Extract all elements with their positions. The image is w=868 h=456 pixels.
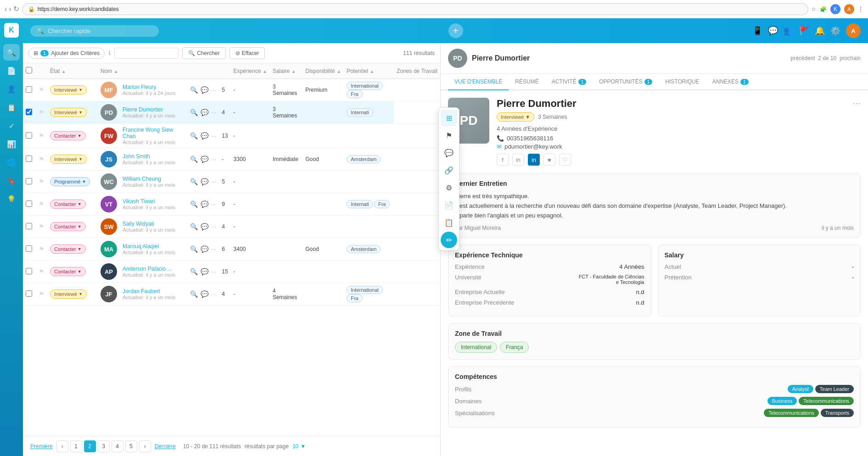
clear-button[interactable]: ⊘ Effacer <box>230 47 265 59</box>
row-checkbox[interactable] <box>26 156 32 162</box>
social-icon-1[interactable]: f <box>497 154 509 166</box>
row-flag-icon[interactable]: ⚑ <box>39 200 45 208</box>
menu-icon[interactable]: ⋮ <box>858 6 863 12</box>
table-row[interactable]: ⚑ Programmé ▼ WC William Cheung Actualis… <box>23 171 440 193</box>
profile-status-badge[interactable]: Interviewé ▼ <box>497 112 534 122</box>
sidebar-item-bookmark[interactable]: 🔖 <box>3 172 20 189</box>
social-icon-star[interactable]: ★ <box>543 154 555 166</box>
flag-icon[interactable]: 🚩 <box>799 26 809 36</box>
row-more-icon[interactable]: ··· <box>211 200 217 208</box>
row-flag-icon[interactable]: ⚑ <box>39 109 45 116</box>
ctx-link-icon[interactable]: 🔗 <box>441 162 457 178</box>
back-button[interactable]: ‹ <box>5 5 7 13</box>
row-checkbox[interactable] <box>26 290 32 297</box>
row-candidate-name[interactable]: Pierre Dumortier <box>123 106 185 113</box>
table-row[interactable]: ⚑ Contacter ▼ VT Vikash Tiwari Actualisé… <box>23 193 440 216</box>
row-status-badge[interactable]: Interviewé ▼ <box>50 108 87 117</box>
table-row[interactable]: ⚑ Interviewé ▼ PD Pierre Dumortier Actua… <box>23 101 440 124</box>
settings-icon[interactable]: ⚙️ <box>830 26 840 36</box>
tab-opportunites[interactable]: OPPORTUNITÉS 1 <box>593 74 659 90</box>
row-zoom-icon[interactable]: 🔍 <box>190 200 198 208</box>
row-flag-icon[interactable]: ⚑ <box>39 245 45 253</box>
col-disponibilite[interactable]: Disponibilité ▲ <box>302 63 344 79</box>
ctx-edit-icon[interactable]: ✏ <box>441 232 457 248</box>
row-status-badge[interactable]: Programmé ▼ <box>50 177 90 186</box>
table-row[interactable]: ⚑ Contacter ▼ SW Sally Widyati Actualisé… <box>23 216 440 238</box>
row-checkbox[interactable] <box>26 200 32 207</box>
info-icon[interactable]: ℹ <box>108 50 111 56</box>
row-candidate-name[interactable]: John Smith <box>123 153 185 160</box>
row-checkbox[interactable] <box>26 178 32 184</box>
url-bar[interactable]: 🔒 https://demo.key.work/candidates <box>22 3 808 15</box>
col-zones[interactable]: Zones de Travail <box>394 63 440 79</box>
ctx-settings-icon[interactable]: ⚙ <box>441 179 457 196</box>
bookmark-icon[interactable]: ☆ <box>811 6 816 12</box>
reload-button[interactable]: ↻ <box>13 5 19 13</box>
profile-icon[interactable]: A <box>844 4 854 14</box>
tab-resume[interactable]: RÉSUMÉ <box>509 74 545 90</box>
row-checkbox[interactable] <box>26 268 32 274</box>
sidebar-item-search[interactable]: 🔍 <box>3 44 20 61</box>
row-chat-icon[interactable]: 💬 <box>201 223 208 230</box>
row-chat-icon[interactable]: 💬 <box>201 156 208 163</box>
page-4-button[interactable]: 4 <box>112 440 123 452</box>
sidebar-item-list[interactable]: 📋 <box>3 99 20 116</box>
next-page-button[interactable]: › <box>139 440 151 452</box>
row-more-icon[interactable]: ··· <box>211 245 217 253</box>
select-all-checkbox[interactable] <box>26 67 32 73</box>
row-more-icon[interactable]: ··· <box>211 86 217 94</box>
row-candidate-name[interactable]: William Cheung <box>123 176 185 182</box>
chat-icon[interactable]: 💬 <box>768 26 778 36</box>
last-page-link[interactable]: Dernière <box>153 443 178 450</box>
page-1-button[interactable]: 1 <box>70 440 82 452</box>
col-potentiel[interactable]: Potentiel ▲ <box>344 63 394 79</box>
row-more-icon[interactable]: ··· <box>211 178 217 185</box>
tab-annexes[interactable]: ANNEXES 1 <box>706 74 755 90</box>
row-zoom-icon[interactable]: 🔍 <box>190 156 198 163</box>
row-flag-icon[interactable]: ⚑ <box>39 178 45 185</box>
per-page-chevron[interactable]: ▼ <box>300 443 306 450</box>
tab-historique[interactable]: HISTORIQUE <box>659 74 706 90</box>
forward-button[interactable]: › <box>9 5 11 13</box>
ctx-filter-icon[interactable]: ⊞ <box>441 110 457 126</box>
row-flag-icon[interactable]: ⚑ <box>39 132 45 139</box>
table-row[interactable]: ⚑ Interviewé ▼ JF Jordan Faubert Actuali… <box>23 283 440 306</box>
filter-text-input[interactable] <box>114 48 179 59</box>
row-more-icon[interactable]: ··· <box>211 132 217 139</box>
row-candidate-name[interactable]: Marouq Alaqiel <box>123 243 185 250</box>
page-3-button[interactable]: 3 <box>98 440 110 452</box>
social-icon-heart[interactable]: ♡ <box>559 154 571 166</box>
sidebar-item-check[interactable]: ✓ <box>3 117 20 134</box>
row-zoom-icon[interactable]: 🔍 <box>190 223 198 230</box>
more-options-button[interactable]: ··· <box>853 98 861 108</box>
social-icon-2[interactable]: in <box>512 154 524 166</box>
row-more-icon[interactable]: ··· <box>211 156 217 163</box>
search-input[interactable] <box>48 28 149 34</box>
col-etat[interactable]: État ▲ <box>47 63 98 79</box>
table-row[interactable]: ⚑ Interviewé ▼ JS John Smith Actualisé: … <box>23 148 440 171</box>
row-zoom-icon[interactable]: 🔍 <box>190 245 198 253</box>
row-flag-icon[interactable]: ⚑ <box>39 223 45 230</box>
add-criteria-button[interactable]: ⊞ 1 Ajouter des Critères <box>28 48 105 59</box>
row-chat-icon[interactable]: 💬 <box>201 290 208 298</box>
row-status-badge[interactable]: Contacter ▼ <box>50 131 86 140</box>
row-status-badge[interactable]: Interviewé ▼ <box>50 155 87 164</box>
row-more-icon[interactable]: ··· <box>211 290 217 298</box>
row-candidate-name[interactable]: Jordan Faubert <box>123 288 185 295</box>
row-status-badge[interactable]: Interviewé ▼ <box>50 85 87 95</box>
bell-icon[interactable]: 🔔 <box>815 26 825 36</box>
row-checkbox[interactable] <box>26 132 32 139</box>
row-candidate-name[interactable]: Vikash Tiwari <box>123 198 185 205</box>
row-status-badge[interactable]: Contacter ▼ <box>50 222 86 231</box>
ctx-doc2-icon[interactable]: 📋 <box>441 214 457 231</box>
row-more-icon[interactable]: ··· <box>211 223 217 230</box>
row-status-badge[interactable]: Contacter ▼ <box>50 245 86 254</box>
sidebar-item-bulb[interactable]: 💡 <box>3 191 20 207</box>
sidebar-item-contacts[interactable]: 👤 <box>3 81 20 97</box>
row-candidate-name[interactable]: Sally Widyati <box>123 221 185 227</box>
phone-icon[interactable]: 📱 <box>752 26 762 36</box>
add-button[interactable]: + <box>448 23 463 38</box>
first-page-link[interactable]: Première <box>28 443 55 450</box>
table-row[interactable]: ⚑ Interviewé ▼ MF Marion Fleury Actualis… <box>23 79 440 101</box>
social-icon-linkedin[interactable]: in <box>528 154 540 166</box>
